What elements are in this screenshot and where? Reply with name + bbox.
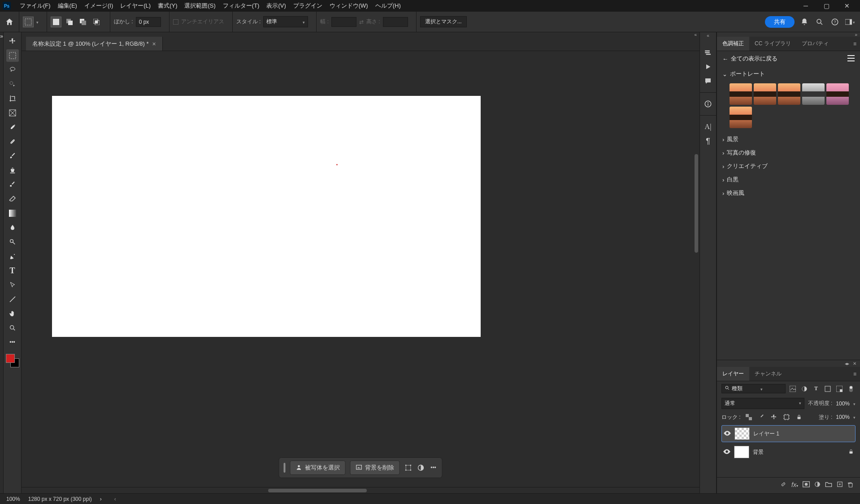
fill-dropdown-icon[interactable] [853,414,856,420]
select-and-mask-button[interactable]: 選択とマスク... [420,16,467,27]
line-tool[interactable] [6,293,19,306]
crop-tool[interactable] [6,92,19,105]
more-options-icon[interactable]: ••• [430,464,438,472]
window-close[interactable]: ✕ [837,0,857,12]
tab-properties[interactable]: プロパティ [796,37,834,51]
search-icon[interactable] [814,17,825,27]
close-layers-icon[interactable]: ✕ [853,361,856,366]
lock-position-icon[interactable] [769,413,778,422]
lock-artboard-icon[interactable] [782,413,791,422]
preset-thumb[interactable] [778,83,800,105]
chevron-down-icon[interactable] [760,386,763,392]
adjustments-icon[interactable] [417,464,425,472]
character-panel-icon[interactable]: A| [703,122,713,132]
adjustment-layer-icon[interactable] [814,481,821,490]
preset-thumb[interactable] [730,107,752,128]
menu-window[interactable]: ウィンドウ(W) [326,0,372,12]
menu-type[interactable]: 書式(Y) [154,0,181,12]
tab-adjustments[interactable]: 色調補正 [717,37,749,51]
filter-pixel-icon[interactable] [788,384,797,393]
horizontal-scrollbar[interactable] [22,487,699,493]
dodge-tool[interactable] [6,236,19,248]
share-button[interactable]: 共有 [765,16,795,28]
select-subject-button[interactable]: 被写体を選択 [290,461,346,475]
collapse-icon[interactable]: « [707,33,709,38]
color-swatches[interactable] [6,354,19,367]
category-landscape[interactable]: ›風景 [722,133,855,146]
brush-tool[interactable] [6,150,19,162]
home-button[interactable] [4,17,14,27]
foreground-color-swatch[interactable] [6,354,15,363]
layer-name[interactable]: 背景 [753,448,764,456]
vertical-scrollbar[interactable] [693,51,699,487]
fill-value[interactable]: 100% [836,414,850,420]
comments-panel-icon[interactable] [703,76,713,86]
history-panel-icon[interactable] [703,47,713,57]
layer-item[interactable]: 背景 [721,444,856,460]
category-cinema[interactable]: ›映画風 [722,186,855,200]
horizontal-scroll-thumb[interactable] [268,489,367,492]
document-info[interactable]: 1280 px x 720 px (300 ppi) [28,496,92,502]
blend-mode-select[interactable]: 通常 [721,398,804,409]
history-brush-tool[interactable] [6,178,19,191]
menu-image[interactable]: イメージ(I) [81,0,117,12]
notifications-icon[interactable] [799,17,810,27]
style-select[interactable]: 標準 [263,16,308,27]
category-photo-repair[interactable]: ›写真の修復 [722,146,855,159]
menu-select[interactable]: 選択範囲(S) [181,0,219,12]
eraser-tool[interactable] [6,193,19,205]
layer-style-icon[interactable]: fx▾ [791,481,798,490]
workspace-switcher-icon[interactable] [845,17,856,27]
menu-file[interactable]: ファイル(F) [16,0,54,12]
visibility-toggle-icon[interactable] [723,449,730,456]
filter-smartobject-icon[interactable] [835,384,844,393]
preset-thumb[interactable] [754,83,776,105]
layers-panel-menu-icon[interactable]: ≡ [850,367,860,381]
marquee-tool-icon[interactable] [23,17,34,27]
clone-stamp-tool[interactable] [6,164,19,177]
canvas-viewport[interactable]: 被写体を選択 背景を削除 ••• [22,51,699,487]
scroll-left-icon[interactable]: ‹ [114,496,116,502]
opacity-dropdown-icon[interactable] [853,401,856,407]
preset-thumb[interactable] [730,83,752,105]
document-tab[interactable]: 名称未設定 1 @ 100% (レイヤー 1, RGB/8) * × [26,37,163,51]
blur-input[interactable] [136,17,161,27]
group-layers-icon[interactable] [825,481,832,490]
delete-layer-icon[interactable] [847,481,854,490]
gradient-tool[interactable] [6,207,19,220]
filter-adjustment-icon[interactable] [800,384,809,393]
eyedropper-tool[interactable] [6,121,19,134]
info-panel-icon[interactable] [703,99,713,109]
category-bw[interactable]: ›白黒 [722,173,855,186]
window-maximize[interactable]: ▢ [816,0,837,12]
filter-shape-icon[interactable] [823,384,832,393]
tool-preset-dropdown[interactable] [36,19,39,25]
layer-item[interactable]: レイヤー 1 [721,425,856,442]
help-icon[interactable]: ? [830,17,840,27]
quick-selection-tool[interactable] [6,78,19,90]
menu-filter[interactable]: フィルター(T) [219,0,263,12]
canvas[interactable] [52,96,481,337]
close-document-icon[interactable]: × [152,40,156,47]
paragraph-panel-icon[interactable]: ¶ [703,136,713,146]
actions-panel-icon[interactable] [703,62,713,72]
remove-background-button[interactable]: 背景を削除 [350,461,400,475]
filter-type-icon[interactable]: T [812,384,821,393]
spot-healing-tool[interactable] [6,135,19,148]
edit-toolbar[interactable]: ••• [6,336,19,349]
collapse-right-icon[interactable]: » [855,32,857,37]
category-creative[interactable]: ›クリエイティブ [722,159,855,173]
category-portrait[interactable]: ⌄ポートレート [722,67,855,81]
menu-view[interactable]: 表示(V) [263,0,289,12]
layer-thumbnail[interactable] [734,427,750,440]
blur-tool[interactable] [6,221,19,234]
preset-thumb[interactable] [826,83,849,105]
layer-thumbnail[interactable] [734,446,749,458]
path-selection-tool[interactable] [6,279,19,291]
layer-mask-icon[interactable] [803,481,810,490]
lock-transparency-icon[interactable] [744,413,753,422]
vertical-scroll-thumb[interactable] [695,154,698,253]
pen-tool[interactable] [6,250,19,263]
rectangular-marquee-tool[interactable] [6,49,19,62]
type-tool[interactable]: T [6,264,19,277]
